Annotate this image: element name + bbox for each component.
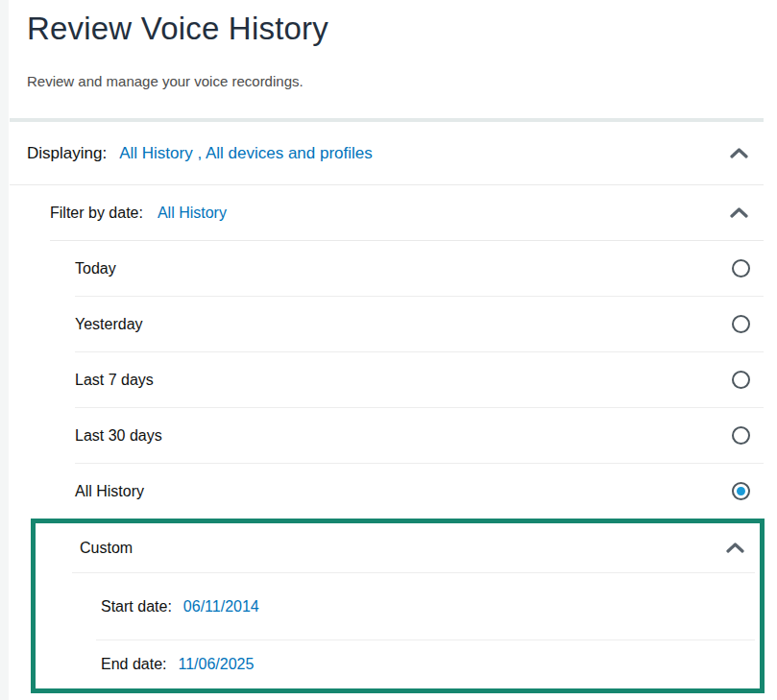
- filter-option-last-30-days[interactable]: Last 30 days: [0, 408, 777, 463]
- option-label: Today: [75, 260, 116, 278]
- start-date-value-link[interactable]: 06/11/2014: [183, 598, 259, 616]
- custom-date-range-highlight-box: Custom Start date: 06/11/2014 End date: …: [31, 519, 765, 693]
- voice-history-panel: Review Voice History Review and manage y…: [0, 8, 777, 693]
- filter-option-yesterday[interactable]: Yesterday: [0, 297, 777, 351]
- displaying-label: Displaying:: [27, 144, 107, 163]
- filter-option-all-history[interactable]: All History: [0, 464, 777, 519]
- chevron-up-icon[interactable]: [730, 207, 748, 218]
- radio-button-unselected[interactable]: [732, 371, 750, 389]
- custom-section-header[interactable]: Custom: [36, 523, 760, 572]
- radio-button-unselected[interactable]: [732, 315, 750, 333]
- end-date-row: End date: 11/06/2025: [36, 640, 760, 688]
- option-label: Last 30 days: [75, 427, 162, 445]
- chevron-up-icon[interactable]: [730, 148, 748, 158]
- end-date-label: End date:: [101, 656, 167, 673]
- radio-button-unselected[interactable]: [732, 259, 750, 278]
- custom-label: Custom: [80, 540, 133, 557]
- option-label: Last 7 days: [75, 372, 154, 389]
- displaying-value-link[interactable]: All History , All devices and profiles: [119, 144, 373, 163]
- filter-option-today[interactable]: Today: [0, 241, 777, 296]
- filter-option-last-7-days[interactable]: Last 7 days: [0, 352, 777, 407]
- radio-button-unselected[interactable]: [732, 426, 750, 445]
- page-title: Review Voice History: [27, 8, 777, 50]
- page-subtitle: Review and manage your voice recordings.: [27, 72, 777, 91]
- end-date-value-link[interactable]: 11/06/2025: [179, 656, 255, 673]
- start-date-label: Start date:: [101, 598, 172, 616]
- option-label: All History: [75, 483, 144, 500]
- start-date-row: Start date: 06/11/2014: [36, 573, 760, 640]
- filter-by-date-header[interactable]: Filter by date: All History: [0, 185, 777, 240]
- displaying-header[interactable]: Displaying: All History , All devices an…: [0, 122, 777, 184]
- filter-by-date-label: Filter by date:: [50, 205, 143, 222]
- option-label: Yesterday: [75, 316, 143, 333]
- chevron-up-icon[interactable]: [726, 543, 744, 553]
- filter-by-date-value-link[interactable]: All History: [158, 205, 227, 222]
- radio-button-selected[interactable]: [732, 482, 750, 500]
